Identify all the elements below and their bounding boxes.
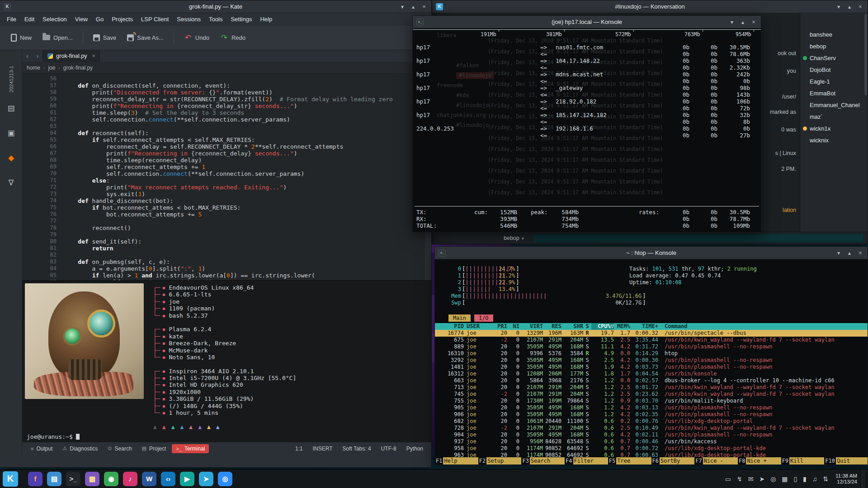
column-shr[interactable]: SHR xyxy=(561,323,583,330)
clipboard-tray-icon[interactable]: ▯ xyxy=(794,475,797,483)
htop-tab-i-o[interactable]: I/O xyxy=(474,314,493,322)
fnkey-sortby[interactable]: F6SortBy xyxy=(651,457,695,465)
grid-tray-icon[interactable]: ▦ xyxy=(782,475,788,483)
nick-eagle-1[interactable]: Eagle-1 xyxy=(800,75,868,87)
nick-wicknix[interactable]: wicknix xyxy=(800,134,868,146)
kate-titlebar[interactable]: K grok-final.py — Kate ▾ ▴ × xyxy=(0,0,431,13)
show-desktop-button[interactable] xyxy=(862,469,865,488)
minimize-icon[interactable]: ▾ xyxy=(834,249,843,258)
git-icon[interactable]: ◆ xyxy=(8,153,14,163)
menu-selection[interactable]: Selection xyxy=(38,16,71,23)
fnkey-quit[interactable]: F10Quit xyxy=(824,457,868,465)
taskbar-app-chromium[interactable]: ◉ xyxy=(104,472,118,486)
taskbar-app-file-manager[interactable]: ▤ xyxy=(47,472,61,486)
maximize-icon[interactable]: ▴ xyxy=(738,18,747,27)
maximize-icon[interactable]: ▴ xyxy=(845,249,854,258)
network-tray-icon[interactable]: ⇅ xyxy=(823,475,829,483)
taskbar-app-firefox[interactable]: f xyxy=(28,472,42,486)
minimize-icon[interactable]: ▾ xyxy=(834,2,843,11)
close-icon[interactable]: × xyxy=(749,18,758,27)
syntax-language[interactable]: Python xyxy=(406,446,423,452)
fnkey-help[interactable]: F1Help xyxy=(435,457,478,465)
process-row[interactable]: 16774joe2001329M196M163MR19.71.70:00.32/… xyxy=(435,330,868,337)
panel-tab-terminal[interactable]: >_Terminal xyxy=(172,444,209,453)
process-row[interactable]: 889joe2003505M495M168MS11.14.20:31.72/us… xyxy=(435,343,868,350)
input-mode[interactable]: INSERT xyxy=(313,446,333,452)
column-virt[interactable]: VIRT xyxy=(519,323,543,330)
filter-icon[interactable]: ∇ xyxy=(9,178,14,188)
process-row[interactable]: 906joe2003505M495M168MS1.24.20:02.35/usr… xyxy=(435,411,868,418)
telegram-tray-icon[interactable]: ➤ xyxy=(759,475,764,483)
process-table-header[interactable]: PIDUSERPRINIVIRTRESSHRSCPU%▽MEM%TIME+Com… xyxy=(435,323,868,330)
process-row[interactable]: 682joe2001061M2044011100S0.60.20:00.76/u… xyxy=(435,418,868,425)
cursor-position[interactable]: 1:1 xyxy=(295,446,303,452)
nick-emmanuel-chanel[interactable]: Emmanuel_Chanel xyxy=(800,99,868,111)
breadcrumb-file[interactable]: grok-final.py xyxy=(63,65,93,71)
menu-file[interactable]: File xyxy=(3,16,20,23)
process-row[interactable]: 675joe-202107M291M204MS13.52.53:35.44/us… xyxy=(435,337,868,343)
encoding[interactable]: UTF-8 xyxy=(381,446,396,452)
process-row[interactable]: 3292joe2003505M495M168MS2.54.20:00.30/us… xyxy=(435,357,868,364)
process-row[interactable]: 937joe200956M8462863548S0.60.70:00.46/us… xyxy=(435,438,868,445)
nick-bebop[interactable]: bebop xyxy=(800,40,868,52)
iftop-titlebar[interactable]: >_ (joe) hp17.local — Konsole ▾ ▴ × xyxy=(413,16,761,28)
column-command[interactable]: Command xyxy=(658,323,868,330)
process-row[interactable]: 745joe-202107M291M204MS1.22.50:23.62/usr… xyxy=(435,391,868,398)
column-cpu[interactable]: CPU%▽ xyxy=(591,323,614,330)
message-input[interactable] xyxy=(533,234,864,243)
process-row[interactable]: 905joe2003505M495M168MS1.24.20:03.13/usr… xyxy=(435,404,868,411)
panel-tab-search[interactable]: ⊙Search xyxy=(104,444,136,453)
taskbar-app-zoom[interactable]: ◎ xyxy=(218,472,232,486)
menu-go[interactable]: Go xyxy=(92,16,108,23)
fnkey-search[interactable]: F3Search xyxy=(521,457,565,465)
htop-titlebar[interactable]: >_ ~ : htop — Konsole ▾ ▴ × xyxy=(435,247,868,259)
fnkey-filter[interactable]: F4Filter xyxy=(565,457,608,465)
minimize-icon[interactable]: ▾ xyxy=(398,2,407,11)
nick-emmabot[interactable]: EmmaBot xyxy=(800,87,868,99)
menu-edit[interactable]: Edit xyxy=(20,16,38,23)
taskbar-app-media-app[interactable]: ▶ xyxy=(180,472,194,486)
column-user[interactable]: USER xyxy=(464,323,489,330)
documents-icon[interactable]: ▤ xyxy=(7,103,14,113)
fnkey-tree[interactable]: F5Tree xyxy=(608,457,651,465)
column-mem[interactable]: MEM% xyxy=(614,323,630,330)
code-editor[interactable]: 5657585960616263646566676869707172737475… xyxy=(22,74,431,280)
messages-tray-icon[interactable]: ✉ xyxy=(748,475,754,483)
nick-wickn1x[interactable]: wickn1x xyxy=(800,122,868,134)
save-button[interactable]: Save xyxy=(89,32,121,44)
column-pid[interactable]: PID xyxy=(435,323,464,330)
terminal-panel[interactable]: ┌─▪EndeavourOS Linux x86_64├─▪6.6.65-1-l… xyxy=(22,280,431,442)
tab-close-icon[interactable]: × xyxy=(90,53,95,59)
process-row[interactable]: 663joe200586439682176S1.20.00:02.57dbus-… xyxy=(435,377,868,384)
tab-grok-final-py[interactable]: grok-final.py × xyxy=(42,50,100,62)
nick-chanserv[interactable]: ChanServ xyxy=(800,52,868,64)
minimize-icon[interactable]: ▾ xyxy=(727,18,736,27)
fnkey-nice[interactable]: F7Nice - xyxy=(694,457,738,465)
taskbar-app-vscode[interactable]: ‹› xyxy=(161,472,175,486)
menu-sessions[interactable]: Sessions xyxy=(173,16,205,23)
nickname-selector[interactable]: bebop ▾ xyxy=(500,234,528,242)
taskbar-app-konsole[interactable]: >_ xyxy=(66,472,80,486)
maximize-icon[interactable]: ▴ xyxy=(845,2,854,11)
fnkey-nice-+[interactable]: F8Nice + xyxy=(738,457,781,465)
panel-tab-output[interactable]: ≡Output xyxy=(27,444,57,453)
mic-tray-icon[interactable]: ▮ xyxy=(803,475,807,483)
session-tab-label[interactable]: 20241213-1 xyxy=(9,62,14,96)
process-row[interactable]: 755joe2001730M109M79864S1.20.90:03.70/us… xyxy=(435,398,868,404)
konversation-titlebar[interactable]: K #linuxdojo — Konversation ▾ ▴ × xyxy=(432,0,868,13)
taskbar-app-telegram[interactable]: ➤ xyxy=(199,472,213,486)
fnkey-setup[interactable]: F2Setup xyxy=(478,457,522,465)
close-icon[interactable]: × xyxy=(856,249,865,258)
process-row[interactable]: 713joe2002107M291M204MS1.22.50:01.72/usr… xyxy=(435,384,868,391)
saveas-button[interactable]: Save As... xyxy=(123,32,168,44)
process-row[interactable]: 958joe2001174M9085264692S0.60.70:00.72/u… xyxy=(435,445,868,452)
undo-button[interactable]: ↶Undo xyxy=(179,31,214,44)
tab-settings[interactable]: Soft Tabs: 4 xyxy=(342,446,371,452)
eye-tray-icon[interactable]: ◎ xyxy=(770,475,776,483)
nick-list-scrollbar[interactable] xyxy=(864,14,867,95)
process-row[interactable]: 16312joe2001208M206M177MS1.81.70:04.54/u… xyxy=(435,371,868,377)
panel-tab-project[interactable]: ▤Project xyxy=(138,444,170,453)
chevron-right-icon[interactable]: › xyxy=(33,52,43,60)
digital-clock[interactable]: 11:38 AM 12/13/24 xyxy=(835,473,857,485)
htop-tab-main[interactable]: Main xyxy=(448,314,471,322)
